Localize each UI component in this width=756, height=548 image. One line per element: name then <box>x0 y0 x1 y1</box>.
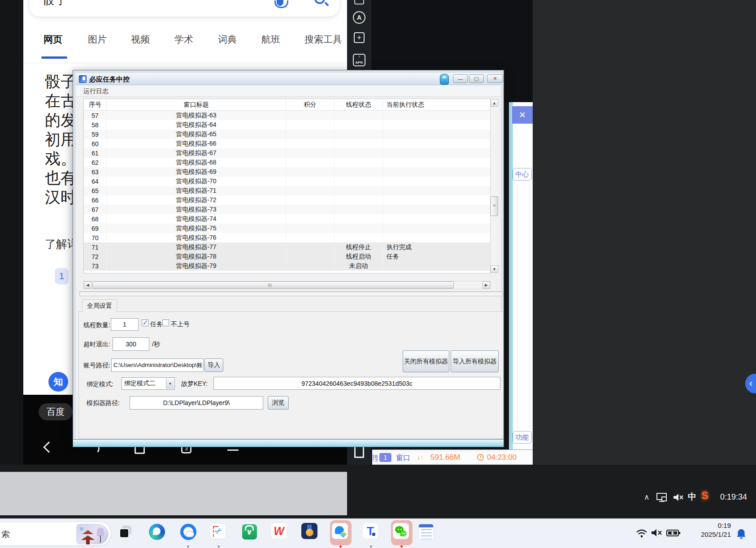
tab-dictionary[interactable]: 词典 <box>218 33 237 46</box>
search-icon[interactable] <box>314 0 325 4</box>
no-login-checkbox-label[interactable]: 不上号 <box>171 320 190 328</box>
task-checkbox[interactable] <box>142 319 148 326</box>
header-exec-state[interactable]: 当前执行状态 <box>383 99 482 110</box>
tab-web[interactable]: 网页 <box>43 33 62 46</box>
emulator-path-input[interactable]: D:\LDPlayer\LDPlayer9\ <box>130 396 263 410</box>
apk-install-icon[interactable]: APK <box>353 54 365 66</box>
partial-icon[interactable] <box>354 0 364 4</box>
divider <box>517 185 518 429</box>
tab-academic[interactable]: 学术 <box>174 33 193 46</box>
qq-browser-icon[interactable] <box>179 523 197 541</box>
scroll-right-icon[interactable]: ▶ <box>482 281 490 289</box>
bind-mode-select[interactable]: 绑定模式二 ▼ <box>122 377 175 390</box>
table-row[interactable]: 59 雷电模拟器-65 <box>84 129 490 139</box>
function-badge[interactable]: 功能 <box>513 431 532 444</box>
no-login-checkbox[interactable] <box>162 319 169 326</box>
notification-bell-icon[interactable] <box>736 529 746 539</box>
tencent-docs-icon[interactable]: T <box>362 523 378 539</box>
search-input[interactable]: 骰子 <box>29 0 340 17</box>
table-row[interactable]: 69 雷电模拟器-75 <box>84 224 490 233</box>
vertical-scrollbar[interactable]: ▲ ▼ <box>490 99 498 273</box>
search-daily-image[interactable]: ❄ <box>76 524 109 544</box>
chevron-down-icon[interactable]: ▼ <box>166 378 174 389</box>
close-all-emulators-button[interactable]: 关闭所有模拟器 <box>403 350 449 372</box>
notebook-app-icon[interactable] <box>417 523 435 541</box>
tab-global-settings[interactable]: 全局设置 <box>82 299 117 312</box>
learn-more-link[interactable]: 了解详情 <box>45 237 75 251</box>
snipping-tool-icon[interactable]: ✂ <box>210 523 226 539</box>
new-window-icon[interactable]: + <box>354 32 365 43</box>
table-row[interactable]: 68 雷电模拟器-74 <box>84 214 490 224</box>
header-window-title[interactable]: 窗口标题 <box>107 99 286 110</box>
table-row[interactable]: 58 雷电模拟器-64 <box>84 120 490 129</box>
tab-flights[interactable]: 航班 <box>261 33 280 46</box>
maximize-button[interactable]: ▢ <box>469 74 484 83</box>
medal-app-icon[interactable] <box>301 523 317 539</box>
import-button[interactable]: 导入 <box>204 358 223 372</box>
task-checkbox-label[interactable]: 任务 <box>150 320 163 328</box>
scrollbar-thumb[interactable] <box>92 281 454 289</box>
table-row[interactable]: 65 雷电模拟器-71 <box>84 186 490 195</box>
microphone-icon[interactable] <box>277 0 283 6</box>
horizontal-scrollbar[interactable]: ◀ ▶ <box>83 281 491 289</box>
tab-search-tools[interactable]: 搜索工具 <box>304 33 342 46</box>
edge-browser-icon[interactable] <box>148 523 166 541</box>
table-row[interactable]: 66 雷电模拟器-72 <box>84 195 490 205</box>
key-input[interactable]: 9723404260463ec9493b08e2531d503c <box>213 377 500 390</box>
store-bag-icon[interactable]: ∨ <box>240 523 258 541</box>
scroll-left-icon[interactable]: ◀ <box>84 281 91 289</box>
assistant-icon[interactable] <box>440 74 449 85</box>
citation-badge[interactable]: 1 <box>55 268 69 285</box>
tray-chevron-icon[interactable]: ∧ <box>644 492 649 502</box>
task-view-button[interactable] <box>117 523 135 541</box>
table-row[interactable]: 64 雷电模拟器-70 <box>84 177 490 186</box>
table-row[interactable]: 61 雷电模拟器-67 <box>84 148 490 158</box>
table-row[interactable]: 73 雷电模拟器-79 未启动 <box>84 261 490 271</box>
tab-images[interactable]: 图片 <box>88 33 107 46</box>
table-row[interactable]: 60 雷电模拟器-66 <box>84 139 490 148</box>
timeout-input[interactable]: 300 <box>113 337 149 351</box>
dialog-titlebar[interactable]: 必应任务中控 <box>76 73 501 85</box>
import-all-emulators-button[interactable]: 导入所有模拟器 <box>451 350 499 372</box>
scrollbar-thumb[interactable] <box>491 196 498 216</box>
window-square-icon[interactable] <box>354 446 364 458</box>
minimize-button[interactable]: — <box>453 74 468 83</box>
nav-back-icon[interactable] <box>43 441 54 453</box>
qq-icon[interactable] <box>332 523 348 539</box>
taskbar-clock[interactable]: 0:19 2025/1/21 <box>677 521 731 539</box>
wifi-icon[interactable] <box>636 529 647 539</box>
table-row[interactable]: 62 雷电模拟器-68 <box>84 158 490 167</box>
wechat-icon[interactable] <box>393 523 409 539</box>
ime-indicator[interactable]: 中 <box>688 491 696 503</box>
center-badge[interactable]: 中心 <box>513 168 532 181</box>
sogou-icon[interactable]: S <box>701 489 708 502</box>
mute-icon[interactable] <box>673 493 684 502</box>
translate-icon[interactable]: A <box>353 11 365 24</box>
table-row[interactable]: 67 雷电模拟器-73 <box>84 205 490 214</box>
account-path-input[interactable]: C:\Users\Administrator\Desktop\账号 <box>111 358 204 372</box>
header-thread-state[interactable]: 线程状态 <box>335 99 383 110</box>
table-row[interactable]: 72 雷电模拟器-78 线程启动 任务 <box>84 252 490 261</box>
tab-videos[interactable]: 视频 <box>131 33 150 46</box>
network-monitor-icon[interactable] <box>656 493 669 503</box>
table-row[interactable]: 70 雷电模拟器-76 <box>84 233 490 242</box>
account-path-label: 账号路径: <box>83 362 110 370</box>
scroll-up-icon[interactable]: ▲ <box>491 99 498 107</box>
header-score[interactable]: 积分 <box>286 99 335 110</box>
log-tab-label[interactable]: 运行日志 <box>83 87 109 95</box>
browse-button[interactable]: 浏览 <box>268 396 289 410</box>
scroll-down-icon[interactable]: ▼ <box>491 265 498 273</box>
header-seq[interactable]: 序号 <box>84 99 107 110</box>
thread-count-input[interactable]: 1 <box>111 318 139 331</box>
taskbar-search-input[interactable]: 索 ❄ <box>0 522 111 546</box>
zhihu-icon[interactable]: 知 <box>48 372 68 392</box>
desktop-gray-band <box>0 472 347 515</box>
close-icon[interactable]: ✕ <box>512 106 533 124</box>
table-row[interactable]: 63 雷电模拟器-69 <box>84 167 490 177</box>
close-button[interactable]: ✕ <box>487 74 503 83</box>
table-row[interactable]: 71 雷电模拟器-77 线程停止 执行完成 <box>84 242 490 252</box>
wps-office-icon[interactable]: W <box>271 523 287 539</box>
table-row[interactable]: 57 雷电模拟器-63 <box>84 111 490 120</box>
volume-mute-icon[interactable] <box>651 529 663 538</box>
bind-mode-label: 绑定模式: <box>87 380 113 388</box>
